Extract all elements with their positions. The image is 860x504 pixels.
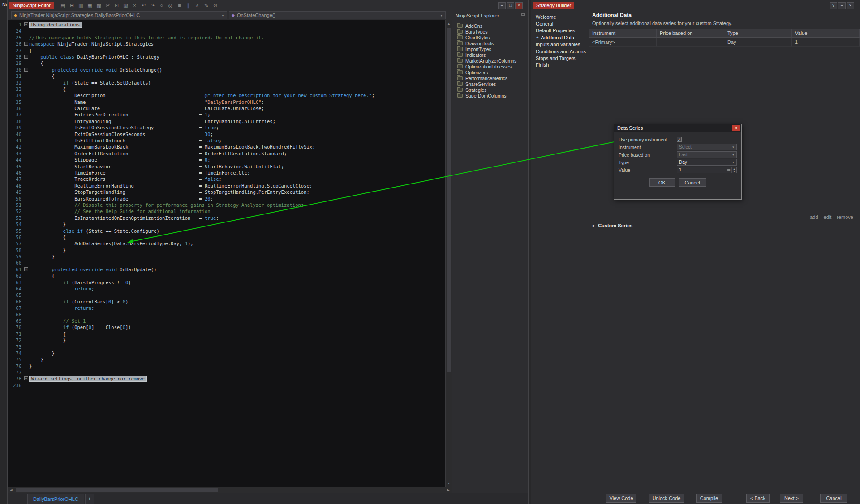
explorer-item-superdomcolumns[interactable]: SuperDomColumns — [452, 93, 528, 98]
builder-nav-conditions-and-actions[interactable]: Conditions and Actions — [531, 48, 589, 55]
cancel-button[interactable]: Cancel — [679, 178, 706, 187]
back-button[interactable]: < Back — [746, 494, 770, 503]
explorer-item-performancemetrics[interactable]: PerformanceMetrics — [452, 75, 528, 81]
builder-nav-finish[interactable]: Finish — [531, 62, 589, 68]
snippet-icon[interactable]: ≡ — [176, 2, 183, 9]
explorer-item-importtypes[interactable]: ImportTypes — [452, 46, 528, 52]
scroll-down-icon[interactable]: ▼ — [446, 480, 452, 487]
code-line: 63 if (BarsInProgress != 0) — [8, 279, 445, 286]
class-selector-dropdown[interactable]: ◆ NinjaTrader.NinjaScript.Strategies.Dai… — [11, 11, 227, 19]
explorer-item-drawingtools[interactable]: DrawingTools — [452, 40, 528, 46]
price-based-on-select[interactable]: Last ▼ — [677, 151, 737, 158]
explorer-item-shareservices[interactable]: ShareServices — [452, 81, 528, 87]
explorer-item-chartstyles[interactable]: ChartStyles — [452, 34, 528, 40]
horizontal-scroll-track[interactable] — [15, 487, 445, 493]
compile-icon[interactable]: ○ — [158, 2, 165, 9]
explorer-item-addons[interactable]: AddOns — [452, 23, 528, 29]
explorer-item-optimizationfitnesses[interactable]: OptimizationFitnesses — [452, 64, 528, 69]
open-file-icon[interactable]: ⊞ — [68, 2, 76, 9]
remove-link[interactable]: remove — [837, 214, 853, 220]
minimize-icon[interactable]: – — [838, 2, 846, 9]
close-icon[interactable]: × — [515, 2, 523, 9]
new-file-icon[interactable]: ▤ — [59, 2, 67, 9]
delete-icon[interactable]: × — [131, 2, 138, 9]
redo-icon[interactable]: ↷ — [149, 2, 156, 9]
pin-icon[interactable] — [521, 13, 525, 18]
ok-button[interactable]: OK — [649, 178, 675, 187]
fold-collapse-icon[interactable]: - — [24, 55, 28, 59]
grid-icon[interactable]: ▦ — [726, 168, 731, 172]
vertical-scroll-track[interactable] — [446, 27, 452, 480]
explorer-item-label: DrawingTools — [465, 41, 494, 46]
tab-dailybarspriorohlc[interactable]: DailyBarsPriorOHLC — [27, 494, 84, 504]
code-text: EntriesPerDirection = 1; — [29, 111, 445, 118]
builder-nav-general[interactable]: General — [531, 20, 589, 27]
cancel-button[interactable]: Cancel — [820, 494, 847, 503]
collapsed-region[interactable]: Wizard settings, neither change nor remo… — [29, 376, 147, 382]
edit-link[interactable]: edit — [824, 214, 832, 220]
type-select[interactable]: Day ▼ — [677, 159, 737, 166]
vertical-scroll-thumb[interactable] — [447, 28, 451, 372]
explorer-item-indicators[interactable]: Indicators — [452, 52, 528, 58]
save-all-icon[interactable]: ▩ — [95, 2, 103, 9]
comment-icon[interactable]: ∕∕ — [194, 2, 201, 9]
table-row[interactable]: <Primary> Day 1 — [589, 38, 860, 47]
minimize-icon[interactable]: – — [498, 2, 506, 9]
code-editor[interactable]: 1+Using declarations2425//This namespace… — [8, 20, 445, 487]
maximize-icon[interactable]: □ — [507, 2, 514, 9]
view-code-button[interactable]: View Code — [606, 494, 636, 503]
code-text: } — [29, 221, 445, 227]
horizontal-scrollbar[interactable]: ◀ ▶ — [8, 487, 452, 493]
find-icon[interactable]: ◎ — [167, 2, 174, 9]
builder-nav-inputs-and-variables[interactable]: Inputs and Variables — [531, 41, 589, 48]
explorer-item-strategies[interactable]: Strategies — [452, 87, 528, 93]
explorer-item-barstypes[interactable]: BarsTypes — [452, 29, 528, 34]
scroll-left-icon[interactable]: ◀ — [8, 487, 15, 493]
unlock-code-button[interactable]: Unlock Code — [649, 494, 684, 503]
builder-nav-additional-data[interactable]: ✦Additional Data — [531, 34, 589, 41]
folder-icon — [457, 47, 463, 51]
print-icon[interactable]: ▥ — [77, 2, 85, 9]
fold-collapse-icon[interactable]: - — [24, 42, 28, 46]
use-primary-instrument-checkbox[interactable]: ✓ — [677, 137, 682, 142]
scroll-right-icon[interactable]: ▶ — [445, 487, 452, 493]
copy-icon[interactable]: ⊡ — [113, 2, 120, 9]
close-icon[interactable]: × — [847, 2, 854, 9]
collapsed-region[interactable]: Using declarations — [29, 22, 82, 28]
next-button[interactable]: Next > — [780, 494, 803, 503]
code-text: BarsRequiredToTrade = 20; — [29, 196, 445, 202]
vertical-scrollbar[interactable]: ▲ ▼ — [445, 20, 452, 487]
fold-collapse-icon[interactable]: - — [24, 68, 28, 72]
horizontal-scroll-thumb[interactable] — [16, 488, 218, 492]
builder-nav-default-properties[interactable]: Default Properties — [531, 27, 589, 34]
edit-icon[interactable]: ✎ — [202, 2, 210, 9]
fold-margin — [23, 331, 29, 337]
cut-icon[interactable]: ✂ — [104, 2, 112, 9]
save-icon[interactable]: ▦ — [86, 2, 94, 9]
explorer-item-optimizers[interactable]: Optimizers — [452, 69, 528, 75]
fold-margin — [23, 221, 29, 227]
paste-icon[interactable]: ▧ — [122, 2, 129, 9]
spin-down-icon[interactable]: ▼ — [733, 170, 735, 173]
fold-margin — [23, 337, 29, 343]
indent-icon[interactable]: ∥ — [185, 2, 192, 9]
fold-collapse-icon[interactable]: - — [24, 267, 28, 271]
method-selector-dropdown[interactable]: ◆ OnStateChange() ▼ — [229, 11, 446, 19]
fold-expand-icon[interactable]: + — [24, 376, 28, 380]
help-icon[interactable]: ? — [830, 2, 837, 9]
readonly-icon[interactable]: ⊘ — [211, 2, 219, 9]
compile-button[interactable]: Compile — [696, 494, 722, 503]
instrument-select[interactable]: Select ▼ — [677, 144, 737, 150]
builder-nav-welcome[interactable]: Welcome — [531, 13, 589, 20]
scroll-up-icon[interactable]: ▲ — [446, 20, 452, 27]
close-icon[interactable]: × — [732, 125, 740, 131]
explorer-item-marketanalyzercolumns[interactable]: MarketAnalyzerColumns — [452, 58, 528, 64]
fold-expand-icon[interactable]: + — [24, 22, 28, 26]
builder-nav-stops-and-targets[interactable]: Stops and Targets — [531, 55, 589, 61]
undo-icon[interactable]: ↶ — [140, 2, 147, 9]
custom-series-expander[interactable]: ▶ Custom Series — [593, 223, 632, 228]
add-link[interactable]: add — [810, 214, 818, 220]
value-spinner[interactable]: 1 ▦ ▲ ▼ — [677, 167, 737, 173]
add-tab-button[interactable]: + — [85, 494, 94, 504]
fold-margin — [23, 28, 29, 34]
